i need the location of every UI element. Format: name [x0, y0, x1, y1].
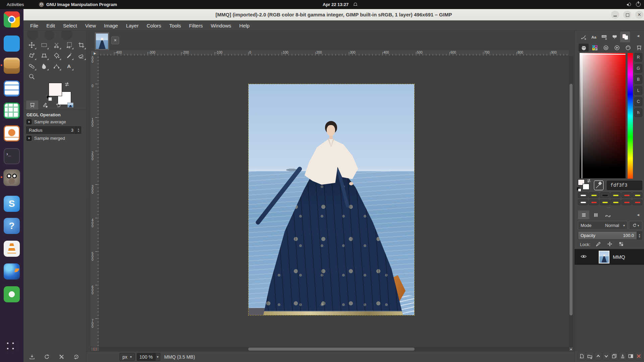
- dock-tab-device-status[interactable]: [39, 101, 51, 110]
- text-tool[interactable]: A: [63, 61, 74, 71]
- rect-select-tool[interactable]: [39, 40, 49, 50]
- menu-windows[interactable]: Windows: [207, 20, 235, 31]
- dock-item-terminal[interactable]: [4, 148, 20, 164]
- color-history-swatch[interactable]: [622, 199, 632, 205]
- color-selector-tab-wheel[interactable]: [612, 44, 622, 52]
- save-button[interactable]: [28, 352, 36, 361]
- layer-mode-dropdown[interactable]: Mode Normal ▾: [578, 221, 628, 230]
- opacity-spinner[interactable]: ▲▼: [637, 231, 642, 240]
- color-history-swatch[interactable]: [589, 199, 599, 205]
- horizontal-ruler[interactable]: -400-300-200-100010020030040050060070080…: [99, 50, 569, 56]
- color-history-swatch[interactable]: [589, 192, 599, 198]
- channel-button-B[interactable]: B: [634, 75, 642, 84]
- delete-button[interactable]: [57, 352, 66, 361]
- zoom-tool[interactable]: [26, 72, 37, 82]
- new-group-layer-button[interactable]: [586, 352, 594, 360]
- mask-layer-button[interactable]: [627, 352, 635, 360]
- radius-spin-scale[interactable]: Radius 3 ▲▼: [26, 126, 81, 134]
- layer-row[interactable]: MMQ: [575, 249, 644, 265]
- dock-handle-dots[interactable]: ⋯: [607, 205, 611, 209]
- unit-dropdown[interactable]: px▾: [119, 353, 135, 361]
- vertical-ruler[interactable]: - 1 0 001 0 02 0 03 0 04 0 05 0 06 0 07 …: [91, 56, 99, 347]
- canvas-image[interactable]: [248, 84, 415, 315]
- channel-button-R[interactable]: R: [634, 53, 642, 62]
- menu-edit[interactable]: Edit: [42, 20, 59, 31]
- heal-tool[interactable]: [26, 61, 37, 71]
- color-history-swatch[interactable]: [632, 192, 642, 198]
- navigation-preview-button[interactable]: ▲: [569, 347, 573, 351]
- layers-dock-tab-layers[interactable]: [578, 210, 589, 219]
- quick-mask-toggle[interactable]: [91, 347, 99, 351]
- dock-item-gimp[interactable]: [4, 170, 20, 186]
- layer-opacity-slider[interactable]: Opacity 100.0: [578, 231, 637, 240]
- background-mini-swatch[interactable]: [583, 184, 589, 190]
- volume-icon[interactable]: [627, 2, 631, 7]
- image-tab-close-icon[interactable]: ×: [111, 37, 119, 44]
- dock-item-skype[interactable]: [4, 196, 20, 212]
- color-history-swatch[interactable]: [632, 199, 642, 205]
- sample-average-checkbox[interactable]: × Sample average: [26, 119, 66, 124]
- dock-tab-undo-history[interactable]: [52, 101, 64, 110]
- pick-color-button[interactable]: [593, 181, 604, 190]
- maximize-button[interactable]: [623, 11, 631, 19]
- lock-brush-icon[interactable]: [596, 241, 601, 248]
- horizontal-scrollbar[interactable]: [99, 347, 569, 351]
- eraser-tool[interactable]: [76, 51, 87, 61]
- restore-button[interactable]: [42, 352, 51, 361]
- dock-item-vlc[interactable]: [4, 241, 20, 257]
- zoom-value[interactable]: 100 %: [137, 353, 156, 361]
- dialog-tab-fonts[interactable]: Aa: [589, 32, 599, 42]
- color-selector-tab-scales[interactable]: [634, 44, 644, 52]
- foreground-color-swatch[interactable]: [49, 83, 62, 96]
- channel-button-h[interactable]: h: [634, 108, 642, 117]
- merge-layer-button[interactable]: [619, 352, 627, 360]
- color-selector-tab-cmyk[interactable]: CMYK: [590, 44, 600, 52]
- lock-alpha-icon[interactable]: [619, 241, 624, 248]
- layers-dock-tab-channels[interactable]: [590, 210, 601, 219]
- dialog-tab-colors[interactable]: [620, 32, 630, 42]
- transform-tool[interactable]: [26, 51, 37, 61]
- dialog-tab-patterns[interactable]: [610, 32, 620, 42]
- dock-menu-icon[interactable]: ◀: [637, 34, 639, 38]
- menu-view[interactable]: View: [81, 20, 100, 31]
- layers-dock-tab-paths[interactable]: [602, 210, 613, 219]
- dock-tab-tool-options[interactable]: [26, 101, 38, 110]
- menu-select[interactable]: Select: [59, 20, 81, 31]
- hue-strip[interactable]: [628, 53, 633, 179]
- dock-menu-icon[interactable]: ◀: [637, 213, 639, 217]
- move-tool[interactable]: [26, 40, 37, 50]
- power-icon[interactable]: [636, 2, 641, 7]
- new-layer-layer-button[interactable]: [578, 352, 586, 360]
- menu-layer[interactable]: Layer: [122, 20, 143, 31]
- hex-color-input[interactable]: fdf3f3: [607, 181, 642, 190]
- dock-item-app-grid[interactable]: [4, 339, 20, 355]
- color-history-swatch[interactable]: [610, 199, 621, 205]
- clock[interactable]: Apr 22 13:27: [323, 0, 348, 9]
- scissors-tool[interactable]: [51, 40, 62, 50]
- mini-fg-bg-widget[interactable]: [578, 179, 591, 191]
- vertical-scrollbar[interactable]: [569, 56, 573, 347]
- color-history-swatch[interactable]: [610, 192, 621, 198]
- sample-merged-checkbox[interactable]: × Sample merged: [26, 136, 65, 141]
- crop-tool[interactable]: [76, 40, 87, 50]
- reset-button[interactable]: [72, 352, 80, 361]
- channel-button-L[interactable]: L: [634, 86, 642, 95]
- minimize-button[interactable]: [611, 11, 619, 19]
- smudge-tool[interactable]: [39, 61, 49, 71]
- default-colors-icon[interactable]: [577, 187, 580, 190]
- color-selector-tab-gimp[interactable]: [579, 44, 589, 52]
- menu-image[interactable]: Image: [100, 20, 122, 31]
- dock-item-help[interactable]: [4, 218, 20, 234]
- layer-mode-switch-button[interactable]: ▾: [629, 221, 642, 230]
- dock-tab-navigation[interactable]: [64, 101, 76, 110]
- color-history-swatch[interactable]: [578, 199, 588, 205]
- dock-item-firefox[interactable]: [4, 263, 20, 280]
- layer-visibility-eye-icon[interactable]: [581, 253, 587, 261]
- raise-layer-button[interactable]: [594, 352, 602, 360]
- zoom-dropdown-icon[interactable]: ▾: [156, 353, 160, 361]
- ruler-corner-button[interactable]: ▶: [91, 50, 99, 56]
- color-history-swatch[interactable]: [600, 192, 610, 198]
- color-history-swatch[interactable]: [622, 192, 632, 198]
- select-color-tool[interactable]: [63, 40, 74, 50]
- lower-layer-button[interactable]: [602, 352, 610, 360]
